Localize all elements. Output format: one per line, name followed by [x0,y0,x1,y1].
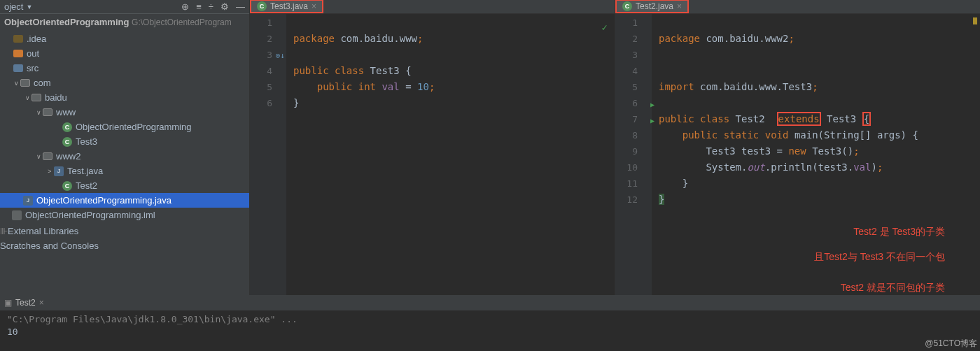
folder-idea-icon [13,34,24,45]
line-number: 11 [615,176,638,192]
class-icon: C [62,136,73,148]
tree-item[interactable]: ∨www2 [0,149,249,164]
annotation-2: 且Test2与 Test3 不在同一个包 [814,249,945,265]
tab-label: Test3.java [270,1,308,11]
line-number: 5 [250,79,272,95]
line-number: 9 [615,143,638,159]
line-number: 5 [615,79,638,95]
line-number: 6 [615,95,638,111]
java-icon: J [22,195,34,206]
close-icon[interactable]: × [677,1,682,11]
run-tab[interactable]: ▣ Test2 × [4,298,44,308]
external-libs-label: External Libraries [8,226,78,236]
close-icon[interactable]: × [312,1,316,11]
tree-item[interactable]: >JTest.java [0,164,249,178]
gutter-right: 123456789101112 ▶ ▶ [615,14,652,295]
annotation-3: Test2 就是不同包的子类 [841,280,945,296]
tree-item-label: Test2 [76,180,97,191]
tree-item[interactable]: ∨baidu [0,90,249,105]
project-name: ObjectOrientedProgramming [4,17,129,27]
tree-item[interactable]: CTest3 [0,134,249,149]
folder-pkg-icon [42,151,53,162]
tree-item-label: ObjectOrientedProgramming [76,122,191,132]
project-dropdown[interactable]: oject [4,1,23,12]
class-icon: C [62,180,73,192]
chevron-down-icon[interactable]: ▼ [26,3,32,10]
tab-test3[interactable]: C Test3.java × [250,0,323,13]
brace-highlight: { [862,112,871,126]
tree-item-label: Test3 [76,136,97,147]
class-icon: C [257,1,267,11]
divider-icon[interactable]: ÷ [209,1,214,12]
project-tree: .ideaoutsrc∨com∨baidu∨wwwCObjectOriented… [0,30,249,224]
annotation-1: Test2 是 Test3的子类 [853,224,945,240]
run-panel: ▣ Test2 × "C:\Program Files\Java\jdk1.8.… [0,295,980,351]
project-title-row[interactable]: ObjectOrientedProgramming G:\ObjectOrien… [0,14,249,30]
run-config-icon: ▣ [4,298,12,308]
line-number: 1 [615,15,638,31]
tab-strip-right: C Test2.java × [615,0,980,14]
line-number: 3 [250,47,272,63]
tree-item[interactable]: .idea [0,31,249,46]
tree-item-label: www [56,107,76,117]
run-tab-bar: ▣ Test2 × [0,295,980,310]
target-icon[interactable]: ⊕ [181,1,189,12]
code-area-right[interactable]: 123456789101112 ▶ ▶ package com.baidu.ww… [615,14,980,295]
line-number: 7 [615,111,638,127]
project-sidebar: oject ▼ ⊕ ≡ ÷ ⚙ — ObjectOrientedProgramm… [0,0,249,295]
expand-icon[interactable]: ≡ [196,1,202,12]
tree-item-label: com [34,78,51,88]
check-icon: ✓ [602,20,608,36]
tree-item[interactable]: ∨com [0,76,249,90]
line-number: 2 [250,31,272,47]
run-cmdline: "C:\Program Files\Java\jdk1.8.0_301\bin\… [7,313,973,326]
tree-item-label: .idea [27,34,46,44]
run-output[interactable]: "C:\Program Files\Java\jdk1.8.0_301\bin\… [0,310,980,351]
line-number: 10 [615,159,638,176]
editor-left: C Test3.java × 123456 ⊙↓ package com.bai… [249,0,615,295]
tab-label: Test2.java [636,1,673,11]
tree-item[interactable]: ObjectOrientedProgramming.iml [0,208,249,222]
chevron-icon[interactable]: ∨ [35,153,42,160]
line-number: 3 [615,47,638,63]
tree-item[interactable]: CObjectOrientedProgramming [0,120,249,134]
code-area-left[interactable]: 123456 ⊙↓ package com.baidu.www; public … [250,14,615,295]
minimize-icon[interactable]: — [236,1,245,12]
tree-item[interactable]: CTest2 [0,178,249,193]
class-icon: C [62,122,73,133]
tree-item[interactable]: ∨www [0,105,249,120]
tree-item[interactable]: JObjectOrientedProgramming.java [0,193,249,208]
external-libraries[interactable]: ⊪ External Libraries [0,224,249,238]
sidebar-header: oject ▼ ⊕ ≡ ÷ ⚙ — [0,0,249,14]
tree-item[interactable]: out [0,46,249,61]
scratches-consoles[interactable]: Scratches and Consoles [0,238,249,253]
tree-item-label: Test.java [67,166,103,176]
tree-item[interactable]: src [0,61,249,76]
chevron-icon[interactable]: ∨ [13,80,20,87]
line-number: 1 [250,15,272,31]
tab-test2[interactable]: C Test2.java × [615,0,689,13]
tree-item-label: src [27,63,38,73]
run-stdout: 10 [7,326,973,338]
line-number: 4 [250,63,272,79]
chevron-icon[interactable]: ∨ [24,94,31,101]
line-number: 6 [250,95,272,111]
code-body-right[interactable]: package com.baidu.www2; import com.baidu… [652,14,980,295]
override-icon[interactable]: ⊙↓ [276,48,285,64]
lib-icon: ⊪ [0,226,8,236]
sidebar-scrollbar[interactable] [0,285,249,295]
project-path: G:\ObjectOrientedProgram [132,17,232,27]
run-tab-label: Test2 [15,298,36,308]
close-icon[interactable]: × [39,298,44,308]
folder-pkg-icon [42,107,53,118]
chevron-icon[interactable]: > [46,168,53,175]
chevron-icon[interactable]: ∨ [35,109,42,116]
tab-strip-left: C Test3.java × [250,0,615,14]
warning-marker[interactable] [973,17,977,24]
tree-item-label: ObjectOrientedProgramming.java [36,195,172,206]
line-number: 4 [615,63,638,79]
folder-src-icon [13,63,24,74]
gutter-left: 123456 ⊙↓ [250,14,286,295]
code-body-left[interactable]: package com.baidu.www; public class Test… [286,14,615,295]
gear-icon[interactable]: ⚙ [220,1,229,12]
